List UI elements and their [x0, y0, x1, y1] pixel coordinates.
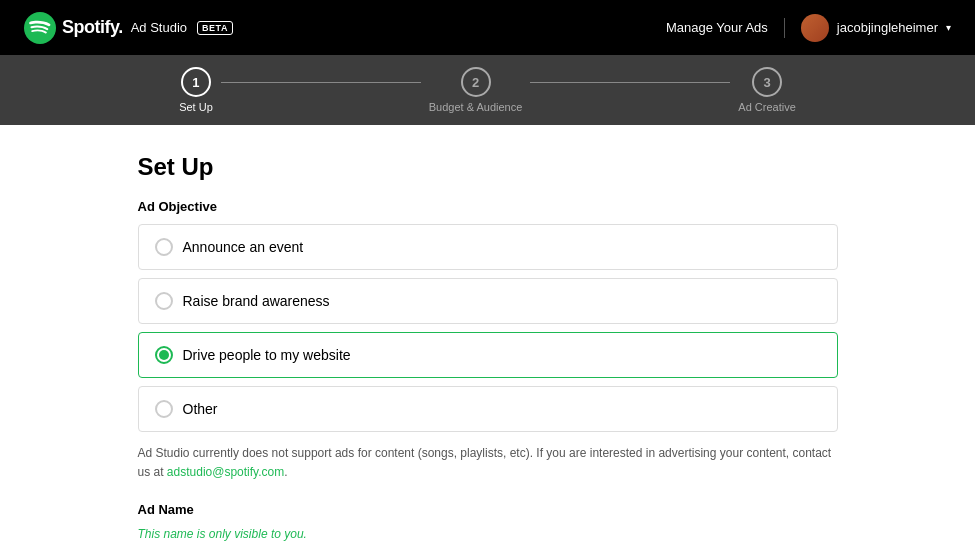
manage-ads-link[interactable]: Manage Your Ads [666, 20, 768, 35]
spotify-brand: Spotify. [62, 17, 123, 38]
step-1: 1 Set Up [179, 67, 213, 113]
steps-bar: 1 Set Up 2 Budget & Audience 3 Ad Creati… [0, 55, 975, 125]
radio-btn-awareness [155, 292, 173, 310]
step-2-label: Budget & Audience [429, 101, 523, 113]
nav-divider [784, 18, 785, 38]
step-1-container: 1 Set Up [179, 67, 213, 113]
ad-name-section: Ad Name This name is only visible to you… [138, 502, 838, 546]
radio-option-announce[interactable]: Announce an event [138, 224, 838, 270]
radio-option-other[interactable]: Other [138, 386, 838, 432]
disclaimer-period: . [284, 465, 287, 479]
spotify-icon [24, 12, 56, 44]
radio-btn-announce [155, 238, 173, 256]
step-3-circle: 3 [752, 67, 782, 97]
disclaimer-email[interactable]: adstudio@spotify.com [167, 465, 284, 479]
step-3-label: Ad Creative [738, 101, 795, 113]
step-3-container: 3 Ad Creative [738, 67, 795, 113]
main-content: Set Up Ad Objective Announce an event Ra… [138, 125, 838, 546]
spotify-logo: Spotify. Ad Studio BETA [24, 12, 233, 44]
radio-btn-website [155, 346, 173, 364]
step-1-label: Set Up [179, 101, 213, 113]
username: jacobjingleheimer [837, 20, 938, 35]
svg-point-0 [24, 12, 56, 44]
step-line-2 [530, 82, 730, 83]
step-2: 2 Budget & Audience [429, 67, 523, 113]
ad-name-hint: This name is only visible to you. [138, 527, 838, 541]
radio-label-announce: Announce an event [183, 239, 304, 255]
user-menu[interactable]: jacobjingleheimer ▾ [801, 14, 951, 42]
step-2-circle: 2 [461, 67, 491, 97]
ad-objective-section: Ad Objective Announce an event Raise bra… [138, 199, 838, 432]
beta-badge: BETA [197, 21, 233, 35]
avatar [801, 14, 829, 42]
radio-label-website: Drive people to my website [183, 347, 351, 363]
chevron-down-icon: ▾ [946, 22, 951, 33]
step-1-circle: 1 [181, 67, 211, 97]
radio-label-awareness: Raise brand awareness [183, 293, 330, 309]
navbar-left: Spotify. Ad Studio BETA [24, 12, 233, 44]
navbar: Spotify. Ad Studio BETA Manage Your Ads … [0, 0, 975, 55]
ad-studio-label: Ad Studio [131, 20, 187, 35]
navbar-right: Manage Your Ads jacobjingleheimer ▾ [666, 14, 951, 42]
radio-option-awareness[interactable]: Raise brand awareness [138, 278, 838, 324]
step-3: 3 Ad Creative [738, 67, 795, 113]
radio-btn-other [155, 400, 173, 418]
page-title: Set Up [138, 153, 838, 181]
step-2-container: 2 Budget & Audience [429, 67, 523, 113]
ad-objective-label: Ad Objective [138, 199, 838, 214]
radio-label-other: Other [183, 401, 218, 417]
ad-name-label: Ad Name [138, 502, 838, 517]
step-line-1 [221, 82, 421, 83]
disclaimer-text: Ad Studio currently does not support ads… [138, 444, 838, 482]
avatar-image [801, 14, 829, 42]
radio-option-website[interactable]: Drive people to my website [138, 332, 838, 378]
